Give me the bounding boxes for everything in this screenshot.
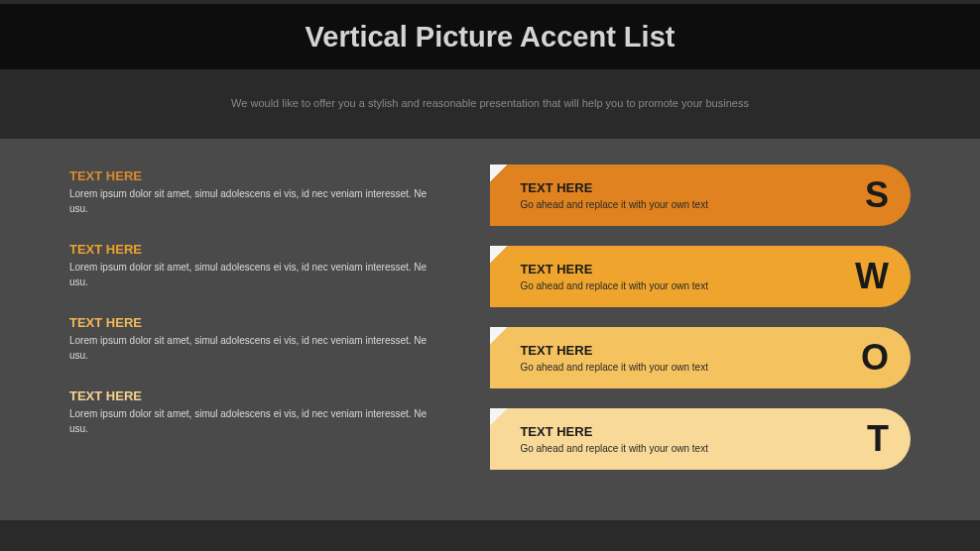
- title-bar: Vertical Picture Accent List: [0, 4, 980, 69]
- item-body: Lorem ipsum dolor sit amet, simul adoles…: [69, 407, 440, 436]
- bar-heading: TEXT HERE: [520, 424, 708, 439]
- bar-sub: Go ahead and replace it with your own te…: [520, 280, 708, 291]
- fold-icon: [490, 327, 508, 345]
- list-item: TEXT HERE Lorem ipsum dolor sit amet, si…: [69, 242, 440, 289]
- item-body: Lorem ipsum dolor sit amet, simul adoles…: [69, 187, 440, 216]
- list-item: TEXT HERE Lorem ipsum dolor sit amet, si…: [69, 168, 440, 216]
- bar-letter: S: [865, 174, 889, 216]
- item-heading: TEXT HERE: [69, 168, 440, 183]
- right-column: TEXT HERE Go ahead and replace it with y…: [490, 165, 911, 500]
- item-body: Lorem ipsum dolor sit amet, simul adoles…: [69, 261, 440, 289]
- slide-title: Vertical Picture Accent List: [306, 21, 675, 54]
- bar-heading: TEXT HERE: [520, 180, 708, 195]
- subtitle-area: We would like to offer you a stylish and…: [0, 69, 980, 139]
- list-item: TEXT HERE Lorem ipsum dolor sit amet, si…: [69, 388, 440, 436]
- bar-sub: Go ahead and replace it with your own te…: [520, 199, 708, 210]
- bar-letter: O: [861, 337, 889, 379]
- bar-heading: TEXT HERE: [520, 262, 708, 276]
- bar-sub: Go ahead and replace it with your own te…: [520, 362, 708, 373]
- fold-icon: [490, 246, 508, 264]
- bar-text: TEXT HERE Go ahead and replace it with y…: [490, 424, 708, 454]
- bar-letter: T: [867, 418, 889, 460]
- bar-heading: TEXT HERE: [520, 343, 708, 358]
- swot-bar-o: TEXT HERE Go ahead and replace it with y…: [490, 327, 911, 388]
- slide-subtitle: We would like to offer you a stylish and…: [0, 97, 980, 109]
- bar-text: TEXT HERE Go ahead and replace it with y…: [490, 180, 708, 210]
- swot-bar-s: TEXT HERE Go ahead and replace it with y…: [490, 165, 911, 226]
- item-heading: TEXT HERE: [69, 388, 440, 403]
- item-heading: TEXT HERE: [69, 242, 440, 257]
- bar-text: TEXT HERE Go ahead and replace it with y…: [490, 262, 708, 291]
- bar-text: TEXT HERE Go ahead and replace it with y…: [490, 343, 708, 373]
- bar-letter: W: [855, 256, 889, 297]
- item-body: Lorem ipsum dolor sit amet, simul adoles…: [69, 334, 440, 363]
- left-column: TEXT HERE Lorem ipsum dolor sit amet, si…: [69, 165, 440, 500]
- item-heading: TEXT HERE: [69, 315, 440, 330]
- fold-icon: [490, 165, 508, 182]
- bar-sub: Go ahead and replace it with your own te…: [520, 443, 708, 454]
- fold-icon: [490, 408, 508, 426]
- swot-bar-t: TEXT HERE Go ahead and replace it with y…: [490, 408, 911, 470]
- content-area: TEXT HERE Lorem ipsum dolor sit amet, si…: [0, 139, 980, 520]
- list-item: TEXT HERE Lorem ipsum dolor sit amet, si…: [69, 315, 440, 363]
- swot-bar-w: TEXT HERE Go ahead and replace it with y…: [490, 246, 911, 307]
